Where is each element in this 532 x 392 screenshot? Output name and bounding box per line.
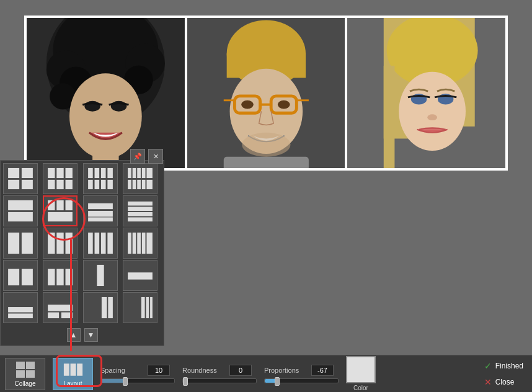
svg-rect-85 xyxy=(128,233,131,254)
svg-rect-48 xyxy=(107,168,113,178)
svg-point-30 xyxy=(399,72,466,151)
svg-rect-113 xyxy=(77,363,82,376)
svg-rect-67 xyxy=(66,200,73,210)
svg-rect-63 xyxy=(8,200,33,210)
svg-rect-55 xyxy=(137,168,141,178)
layout-item-7[interactable] xyxy=(83,195,118,226)
panel-close-button[interactable]: ✕ xyxy=(148,149,163,164)
photo-collage xyxy=(24,16,508,171)
svg-rect-42 xyxy=(48,180,55,189)
svg-point-23 xyxy=(278,100,290,109)
svg-rect-24 xyxy=(223,157,308,168)
svg-rect-90 xyxy=(8,269,19,286)
svg-rect-38 xyxy=(22,180,33,189)
svg-rect-40 xyxy=(57,168,64,178)
layout-item-1[interactable] xyxy=(3,163,38,194)
svg-rect-99 xyxy=(48,305,73,311)
layout-icon xyxy=(63,361,83,378)
svg-rect-60 xyxy=(137,180,141,189)
svg-rect-36 xyxy=(22,168,33,178)
spacing-slider[interactable] xyxy=(100,378,175,383)
finished-button[interactable]: ✓ Finished xyxy=(481,360,527,372)
svg-rect-71 xyxy=(88,217,113,221)
x-icon: ✕ xyxy=(484,377,492,387)
layout-item-15[interactable] xyxy=(83,260,118,291)
scroll-down-button[interactable]: ▼ xyxy=(84,328,98,342)
layout-item-17[interactable] xyxy=(3,292,38,323)
collage-tool-button[interactable]: Collage xyxy=(5,358,45,390)
close-label: Close xyxy=(495,378,515,386)
layout-item-18[interactable] xyxy=(43,292,78,323)
svg-rect-69 xyxy=(88,203,113,209)
spacing-value[interactable]: 10 xyxy=(148,365,170,376)
svg-rect-74 xyxy=(128,212,153,216)
bottom-toolbar: Collage Layout Spacing 10 Roundness 0 xyxy=(0,355,532,392)
action-buttons: ✓ Finished ✕ Close xyxy=(481,360,527,388)
svg-rect-100 xyxy=(48,313,59,318)
svg-rect-43 xyxy=(57,180,64,189)
layout-item-9[interactable] xyxy=(3,228,38,259)
svg-rect-107 xyxy=(16,362,25,369)
color-label: Color xyxy=(353,385,368,391)
svg-rect-51 xyxy=(100,180,105,189)
svg-rect-84 xyxy=(107,233,113,254)
roundness-label: Roundness xyxy=(182,367,226,374)
svg-rect-104 xyxy=(141,297,145,318)
svg-rect-82 xyxy=(94,233,99,254)
svg-rect-111 xyxy=(63,363,69,376)
layout-label: Layout xyxy=(63,380,82,387)
photo-slot-2[interactable] xyxy=(187,18,345,168)
svg-rect-66 xyxy=(57,200,64,210)
layout-item-14[interactable] xyxy=(43,260,78,291)
svg-rect-50 xyxy=(94,180,99,189)
layout-item-12[interactable] xyxy=(123,228,157,259)
layout-item-3[interactable] xyxy=(83,163,118,194)
layout-item-11[interactable] xyxy=(83,228,118,259)
svg-rect-59 xyxy=(132,180,136,189)
svg-rect-57 xyxy=(146,168,152,178)
photo-slot-3[interactable] xyxy=(347,18,505,168)
svg-rect-92 xyxy=(48,269,55,286)
svg-rect-112 xyxy=(70,363,76,376)
layout-item-13[interactable] xyxy=(3,260,38,291)
proportions-slider[interactable] xyxy=(264,378,339,383)
close-button[interactable]: ✕ Close xyxy=(481,376,527,388)
svg-point-8 xyxy=(69,73,142,159)
svg-rect-105 xyxy=(146,297,149,318)
svg-rect-37 xyxy=(8,180,19,189)
roundness-value[interactable]: 0 xyxy=(229,365,252,376)
layout-item-2[interactable] xyxy=(43,163,78,194)
svg-point-22 xyxy=(241,100,254,109)
layout-item-10[interactable] xyxy=(43,228,78,259)
layout-item-16[interactable] xyxy=(123,260,157,291)
photo-slot-1[interactable] xyxy=(27,18,185,168)
proportions-value[interactable]: -67 xyxy=(311,365,334,376)
layout-item-20[interactable] xyxy=(123,292,157,323)
svg-rect-53 xyxy=(128,168,131,178)
layout-item-6[interactable] xyxy=(43,195,78,226)
spacing-group: Spacing 10 xyxy=(100,365,175,383)
layout-item-8[interactable] xyxy=(123,195,157,226)
layout-tool-button[interactable]: Layout xyxy=(53,358,93,390)
layout-item-4[interactable] xyxy=(123,163,157,194)
svg-rect-86 xyxy=(132,233,136,254)
svg-rect-70 xyxy=(88,211,113,216)
color-swatch[interactable] xyxy=(346,356,376,383)
svg-rect-109 xyxy=(16,370,25,378)
collage-label: Collage xyxy=(15,380,36,387)
svg-rect-95 xyxy=(97,265,104,286)
scroll-up-button[interactable]: ▲ xyxy=(67,328,81,342)
pin-close-bar: 📌 ✕ xyxy=(130,149,163,164)
pin-button[interactable]: 📌 xyxy=(130,149,145,164)
layout-item-5[interactable] xyxy=(3,195,38,226)
svg-rect-96 xyxy=(128,272,153,279)
layout-item-19[interactable] xyxy=(83,292,118,323)
svg-rect-87 xyxy=(137,233,141,254)
check-icon: ✓ xyxy=(484,361,492,371)
svg-rect-46 xyxy=(94,168,99,178)
svg-rect-80 xyxy=(66,233,73,254)
roundness-slider[interactable] xyxy=(182,378,257,383)
svg-rect-91 xyxy=(22,269,33,286)
svg-rect-61 xyxy=(142,180,146,189)
svg-rect-44 xyxy=(66,180,73,189)
